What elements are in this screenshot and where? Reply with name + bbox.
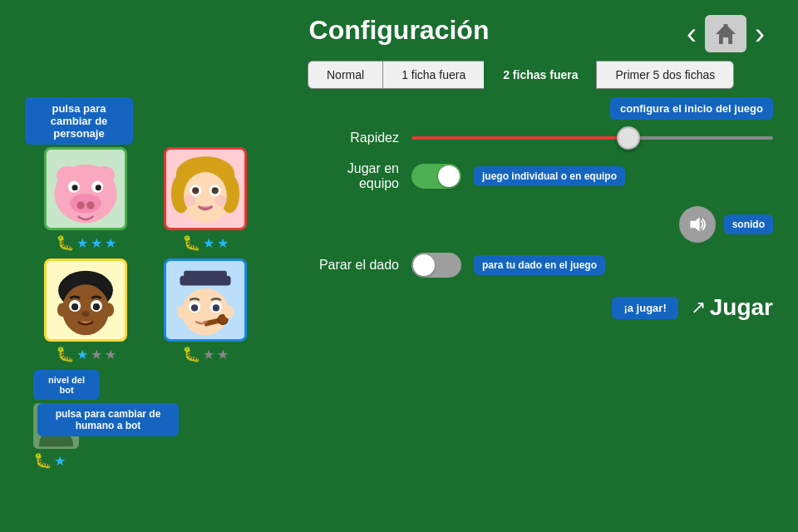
bot-star-1: ★ xyxy=(54,453,66,469)
woman-star-2: ★ xyxy=(217,235,229,251)
nivel-bot-tooltip: nivel del bot xyxy=(33,370,100,400)
settings-panel: configura el inicio del juego Rapidez Ju… xyxy=(308,97,773,470)
slider-track xyxy=(411,136,773,140)
svg-point-29 xyxy=(81,311,89,317)
woman-star-1: ★ xyxy=(203,235,214,251)
svg-point-27 xyxy=(71,303,78,310)
jugar-area: ¡a jugar! ↗ Jugar xyxy=(308,294,773,321)
svg-point-31 xyxy=(104,303,114,317)
svg-point-30 xyxy=(57,303,67,317)
char-avatar-pig[interactable] xyxy=(44,147,127,230)
dado-tooltip: para tu dado en el juego xyxy=(474,255,605,275)
svg-point-37 xyxy=(191,304,198,311)
man-star-1: ★ xyxy=(76,347,88,362)
pig-face xyxy=(47,150,125,228)
sound-icon xyxy=(687,214,708,235)
char-avatar-sailor[interactable] xyxy=(164,259,247,342)
char-cell-man: 🐛 ★ ★ ★ xyxy=(29,259,142,363)
svg-point-9 xyxy=(96,185,101,190)
sound-row: sonido xyxy=(308,206,773,243)
svg-point-38 xyxy=(213,304,219,311)
pig-star-2: ★ xyxy=(91,235,102,251)
slider-thumb[interactable] xyxy=(617,126,640,150)
header-nav: ‹ › xyxy=(687,15,765,52)
dado-toggle[interactable] xyxy=(411,253,461,278)
sound-tooltip: sonido xyxy=(724,214,773,234)
char-avatar-woman[interactable] xyxy=(164,147,247,230)
equipo-tooltip: juego individual o en equipo xyxy=(474,166,625,186)
svg-point-22 xyxy=(215,195,227,206)
cambiar-personaje-tooltip: pulsa para cambiar de personaje xyxy=(25,97,133,145)
man-face xyxy=(47,261,125,339)
tabs-container: Normal 1 ficha fuera 2 fichas fuera Prim… xyxy=(175,54,798,89)
man-star-3: ★ xyxy=(105,347,116,362)
svg-rect-33 xyxy=(184,271,227,278)
home-icon xyxy=(712,21,739,47)
configura-tooltip: configura el inicio del juego xyxy=(610,97,773,120)
svg-point-21 xyxy=(184,195,195,206)
dado-row: Parar el dado para tu dado en el juego xyxy=(308,253,773,278)
sound-button[interactable] xyxy=(679,206,716,243)
equipo-toggle-knob xyxy=(438,165,460,187)
sailor-face xyxy=(166,261,244,339)
jugar-arrow-icon: ↗ xyxy=(691,297,706,318)
char-cell-pig: 🐛 ★ ★ ★ xyxy=(29,147,142,252)
bottom-chars-row: nivel del bot 🐛 ★ ← xyxy=(33,370,291,470)
char-cell-woman: 🐛 ★ ★ xyxy=(149,147,262,252)
woman-face xyxy=(166,150,244,228)
characters-panel: pulsa para cambiar de personaje xyxy=(25,97,291,470)
svg-point-40 xyxy=(177,305,187,318)
bot-stars-row: 🐛 ★ xyxy=(33,451,100,470)
jugar-button[interactable]: Jugar xyxy=(710,294,773,321)
header: Configuración ‹ › xyxy=(0,0,798,54)
character-grid: 🐛 ★ ★ ★ xyxy=(29,147,262,363)
equipo-toggle[interactable] xyxy=(411,164,461,189)
svg-rect-1 xyxy=(724,24,728,31)
pig-star-1: ★ xyxy=(76,235,88,251)
pig-star-3: ★ xyxy=(105,235,116,251)
bug-icon-sailor: 🐛 xyxy=(182,345,200,363)
tab-primer-5[interactable]: Primer 5 dos fichas xyxy=(596,61,734,89)
rapidez-slider[interactable] xyxy=(411,130,773,146)
svg-point-4 xyxy=(76,201,84,209)
dado-toggle-knob xyxy=(413,254,435,276)
nav-right-icon[interactable]: › xyxy=(755,17,765,52)
home-button[interactable] xyxy=(705,15,746,52)
tab-1-ficha[interactable]: 1 ficha fuera xyxy=(382,61,484,89)
page-title: Configuración xyxy=(309,15,490,45)
svg-point-41 xyxy=(224,305,234,318)
bug-icon-woman: 🐛 xyxy=(182,234,200,252)
tab-normal[interactable]: Normal xyxy=(308,61,382,89)
char-avatar-man[interactable] xyxy=(44,259,127,342)
cambiar-humano-tooltip: pulsa para cambiar de humano a bot xyxy=(37,403,179,436)
equipo-label: Jugar en equipo xyxy=(308,161,399,191)
svg-point-8 xyxy=(72,185,78,190)
bug-icon-bot: 🐛 xyxy=(33,451,52,470)
svg-point-5 xyxy=(86,201,94,209)
rapidez-row: Rapidez xyxy=(308,130,773,146)
rapidez-label: Rapidez xyxy=(308,131,399,145)
char-cell-sailor: 🐛 ★ ★ xyxy=(149,259,262,363)
sailor-star-2: ★ xyxy=(217,347,229,362)
svg-marker-43 xyxy=(690,217,699,231)
settings-list: Rapidez Jugar en equipo juego individual… xyxy=(308,130,773,278)
tabs-row: Normal 1 ficha fuera 2 fichas fuera Prim… xyxy=(308,61,734,89)
bug-icon-man: 🐛 xyxy=(56,345,74,363)
a-jugar-button[interactable]: ¡a jugar! xyxy=(612,297,677,319)
tab-2-fichas[interactable]: 2 fichas fuera xyxy=(484,61,596,89)
dado-label: Parar el dado xyxy=(308,258,399,273)
woman-stars: 🐛 ★ ★ xyxy=(182,234,229,252)
main-content: pulsa para cambiar de personaje xyxy=(0,97,798,470)
svg-point-34 xyxy=(182,288,229,335)
jugar-group: ↗ Jugar xyxy=(691,294,773,321)
equipo-row: Jugar en equipo juego individual o en eq… xyxy=(308,161,773,191)
man-stars: 🐛 ★ ★ ★ xyxy=(56,345,116,363)
sailor-star-1: ★ xyxy=(203,347,214,362)
svg-point-3 xyxy=(70,194,101,214)
svg-point-24 xyxy=(62,284,109,335)
sailor-stars: 🐛 ★ ★ xyxy=(182,345,229,363)
pig-stars: 🐛 ★ ★ ★ xyxy=(56,234,116,252)
nav-left-icon[interactable]: ‹ xyxy=(687,17,697,52)
bug-icon-pig: 🐛 xyxy=(56,234,74,252)
man-star-2: ★ xyxy=(91,347,102,362)
